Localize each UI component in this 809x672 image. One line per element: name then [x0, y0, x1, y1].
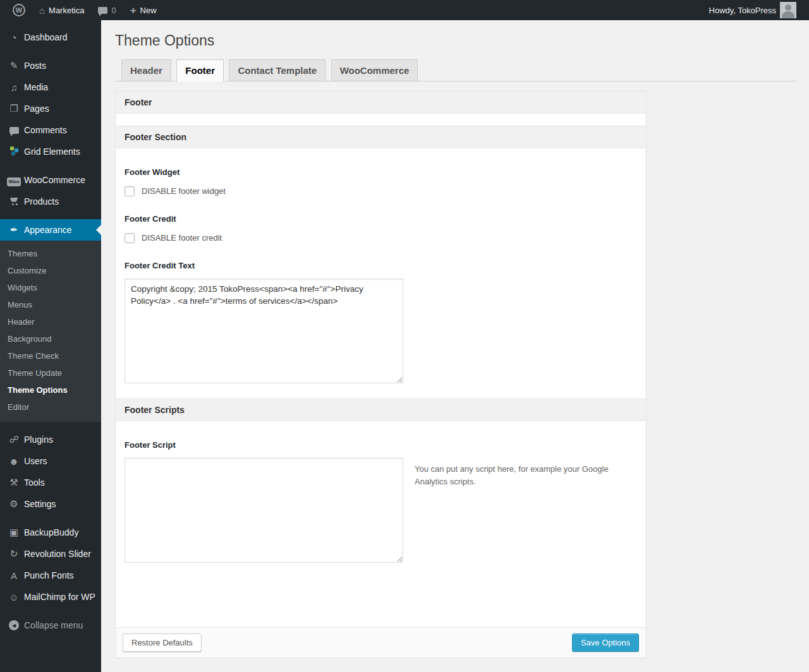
sidebar-item-users[interactable]: ☻ Users — [0, 450, 101, 472]
sidebar-item-label: Tools — [24, 477, 45, 488]
sidebar-item-label: Punch Fonts — [24, 570, 74, 580]
submenu-item-theme-update[interactable]: Theme Update — [0, 364, 101, 381]
sidebar-item-label: Pages — [24, 104, 49, 114]
tab-header[interactable]: Header — [121, 59, 171, 81]
wordpress-logo-menu[interactable]: W — [8, 0, 30, 20]
collapse-menu-button[interactable]: ◀ Collapse menu — [0, 615, 101, 636]
submenu-item-menus[interactable]: Menus — [0, 296, 101, 313]
submenu-item-theme-options[interactable]: Theme Options — [0, 381, 101, 399]
sidebar-item-pages[interactable]: ❐ Pages — [0, 98, 101, 119]
sidebar-item-settings[interactable]: ⚙ Settings — [0, 493, 101, 515]
disable-footer-widget-label: DISABLE footer widget — [142, 186, 226, 196]
footer-widget-label: Footer Widget — [125, 167, 637, 177]
comments-icon — [5, 125, 23, 136]
sidebar-item-label: Products — [24, 196, 59, 207]
footer-section-body: Footer Widget DISABLE footer widget Foot… — [116, 148, 646, 399]
submenu-item-themes[interactable]: Themes — [0, 245, 101, 262]
comments-shortcut[interactable]: 0 — [93, 0, 121, 20]
admin-sidebar: ◔ Dashboard ✎ Posts ♫ Media ❐ Pages Comm… — [0, 20, 101, 672]
sidebar-item-label: Revolution Slider — [24, 549, 91, 559]
section-header-footer-section: Footer Section — [116, 126, 646, 148]
user-avatar — [780, 2, 796, 18]
sidebar-item-media[interactable]: ♫ Media — [0, 76, 101, 98]
sidebar-item-label: Users — [24, 456, 47, 466]
admin-bar: W ⌂ Marketica 0 + New Howdy, TokoPress — [0, 0, 809, 20]
submenu-item-customize[interactable]: Customize — [0, 262, 101, 279]
plugins-icon: ☍ — [5, 434, 23, 445]
woocommerce-icon: Woo — [5, 174, 23, 186]
restore-defaults-button[interactable]: Restore Defaults — [123, 633, 202, 652]
grid-elements-icon — [5, 146, 23, 157]
sidebar-item-woocommerce[interactable]: Woo WooCommerce — [0, 169, 101, 191]
footer-scripts-body: Footer Script You can put any script her… — [116, 421, 646, 594]
home-icon: ⌂ — [39, 6, 45, 15]
sidebar-item-label: Posts — [24, 61, 46, 71]
disable-footer-credit-checkbox[interactable] — [125, 233, 135, 243]
sidebar-item-revolution-slider[interactable]: ↻ Revolution Slider — [0, 543, 101, 565]
sidebar-item-label: MailChimp for WP — [24, 592, 95, 602]
sidebar-item-label: Settings — [24, 499, 56, 509]
submenu-item-header[interactable]: Header — [0, 313, 101, 330]
tab-bar: Header Footer Contact Template WooCommer… — [115, 59, 796, 81]
settings-icon: ⚙ — [5, 498, 23, 510]
submenu-item-background[interactable]: Background — [0, 330, 101, 347]
account-menu[interactable]: Howdy, TokoPress — [704, 0, 801, 20]
footer-credit-text-textarea[interactable]: Copyright &copy; 2015 TokoPress<span><a … — [125, 279, 403, 383]
tab-woocommerce[interactable]: WooCommerce — [331, 59, 418, 81]
wordpress-logo-icon: W — [13, 4, 25, 16]
sidebar-item-dashboard[interactable]: ◔ Dashboard — [0, 27, 101, 48]
products-cart-icon — [5, 196, 23, 207]
sidebar-item-label: Media — [24, 82, 48, 92]
theme-options-panel: Footer Footer Section Footer Widget DISA… — [115, 91, 647, 659]
submenu-item-widgets[interactable]: Widgets — [0, 279, 101, 296]
save-options-button[interactable]: Save Options — [572, 633, 639, 652]
section-header-footer-scripts: Footer Scripts — [116, 399, 646, 421]
pages-icon: ❐ — [5, 103, 23, 114]
footer-widget-checkbox-row: DISABLE footer widget — [125, 186, 637, 196]
footer-credit-label: Footer Credit — [125, 214, 637, 224]
mailchimp-icon: ☺ — [5, 592, 23, 603]
dashboard-icon: ◔ — [5, 32, 23, 43]
sidebar-item-backupbuddy[interactable]: ▣ BackupBuddy — [0, 522, 101, 543]
main-content: Theme Options Header Footer Contact Temp… — [101, 0, 809, 672]
sidebar-item-label: BackupBuddy — [24, 527, 78, 537]
backupbuddy-icon: ▣ — [5, 527, 23, 538]
panel-title-footer: Footer — [116, 92, 646, 114]
plus-icon: + — [130, 5, 137, 16]
tools-icon: ⚒ — [5, 477, 23, 488]
sidebar-item-appearance[interactable]: ✒ Appearance — [0, 219, 101, 241]
howdy-text: Howdy, TokoPress — [709, 6, 776, 15]
tab-footer[interactable]: Footer — [176, 59, 224, 81]
appearance-icon: ✒ — [5, 224, 23, 236]
footer-credit-text-label: Footer Credit Text — [125, 261, 637, 270]
sidebar-item-label: Grid Elements — [24, 147, 80, 157]
sidebar-item-mailchimp[interactable]: ☺ MailChimp for WP — [0, 586, 101, 608]
sidebar-item-posts[interactable]: ✎ Posts — [0, 55, 101, 76]
sidebar-item-punch-fonts[interactable]: A Punch Fonts — [0, 565, 101, 586]
sidebar-item-label: Plugins — [24, 435, 53, 445]
submenu-item-theme-check[interactable]: Theme Check — [0, 347, 101, 364]
disable-footer-widget-checkbox[interactable] — [125, 186, 135, 196]
sidebar-item-grid-elements[interactable]: Grid Elements — [0, 141, 101, 162]
new-content-menu[interactable]: + New — [125, 0, 162, 20]
sidebar-item-products[interactable]: Products — [0, 191, 101, 212]
appearance-submenu: Themes Customize Widgets Menus Header Ba… — [0, 241, 101, 422]
submenu-item-editor[interactable]: Editor — [0, 399, 101, 416]
media-icon: ♫ — [5, 82, 23, 93]
comment-count: 0 — [111, 6, 116, 15]
site-link[interactable]: ⌂ Marketica — [34, 0, 89, 20]
sidebar-item-tools[interactable]: ⚒ Tools — [0, 472, 101, 493]
tab-contact-template[interactable]: Contact Template — [229, 59, 325, 81]
page-title: Theme Options — [115, 26, 796, 53]
sidebar-item-plugins[interactable]: ☍ Plugins — [0, 429, 101, 450]
footer-credit-checkbox-row: DISABLE footer credit — [125, 233, 637, 243]
sidebar-item-label: Comments — [24, 125, 67, 135]
collapse-menu-label: Collapse menu — [24, 620, 83, 630]
footer-script-help-text: You can put any script here, for example… — [415, 463, 611, 488]
panel-action-bar: Restore Defaults Save Options — [116, 627, 646, 658]
sidebar-item-label: Dashboard — [24, 32, 68, 42]
collapse-arrow-icon: ◀ — [9, 620, 19, 630]
footer-script-label: Footer Script — [125, 440, 637, 450]
sidebar-item-comments[interactable]: Comments — [0, 119, 101, 141]
footer-script-textarea[interactable] — [125, 458, 403, 563]
